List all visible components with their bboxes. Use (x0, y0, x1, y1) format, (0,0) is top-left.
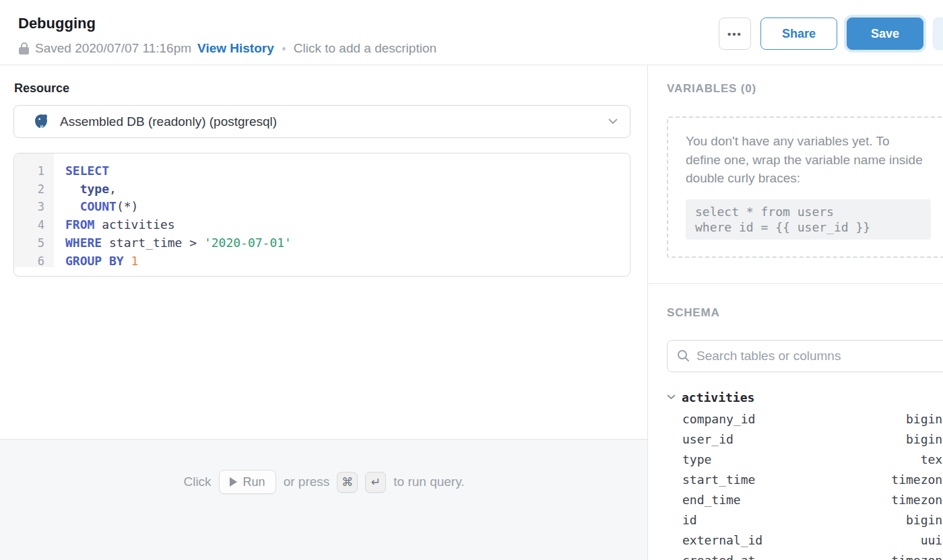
column-type: timezone (891, 553, 943, 560)
column-name: created_at (682, 553, 755, 560)
code-token: activities (94, 217, 174, 232)
column-name: id (682, 513, 697, 527)
column-name: external_id (682, 533, 762, 547)
more-button[interactable]: ••• (719, 18, 751, 50)
line-number: 4 (14, 216, 44, 234)
code-line[interactable]: COUNT(*) (65, 198, 630, 216)
run-footer: Click Run or press ⌘ ↵ to run query. (0, 439, 648, 560)
column-name: company_id (682, 412, 755, 426)
code-token: GROUP (65, 254, 102, 268)
variables-empty-box: You don't have any variables yet. Todefi… (667, 116, 943, 258)
enter-key-icon: ↵ (365, 472, 386, 493)
sidebar-divider (648, 283, 943, 284)
gutter: 123456 (14, 153, 54, 267)
column-name: start_time (682, 473, 755, 487)
cmd-key-icon: ⌘ (337, 472, 358, 493)
sidebar: VARIABLES (0) You don't have any variabl… (647, 65, 943, 560)
variables-example-code: select * from userswhere id = {{ user_id… (686, 199, 931, 240)
variables-example-line: where id = {{ user_id }} (695, 219, 921, 235)
query-pane: Resource Assembled DB (readonly) (postgr… (0, 65, 648, 560)
schema-section-title: SCHEMA (667, 306, 943, 320)
schema-column-row[interactable]: user_idbigint (682, 429, 943, 450)
code-token: FROM (65, 217, 94, 232)
code-token: type (80, 182, 109, 196)
schema-column-row[interactable]: company_idbigint (682, 409, 943, 429)
run-button-label: Run (243, 475, 265, 489)
variables-empty-message: You don't have any variables yet. Todefi… (686, 132, 931, 188)
schema-column-row[interactable]: start_timetimezone (682, 470, 943, 490)
variables-message-line: define one, wrap the variable name insid… (686, 151, 931, 170)
code-token (65, 199, 80, 213)
resource-select[interactable]: Assembled DB (readonly) (postgresql) (13, 105, 630, 138)
code-token: SELECT (65, 164, 109, 178)
cutoff-button[interactable] (933, 18, 943, 50)
column-name: end_time (682, 493, 741, 507)
resource-label: Resource (14, 81, 69, 96)
code-token: '2020-07-01' (204, 236, 292, 250)
column-name: user_id (682, 432, 734, 446)
schema-search[interactable] (667, 340, 943, 372)
chevron-down-icon (608, 118, 618, 125)
code-line[interactable]: GROUP BY 1 (65, 252, 630, 271)
schema-table-activities[interactable]: activities (667, 390, 943, 405)
code-token: WHERE (65, 236, 102, 250)
page-title: Debugging (18, 15, 96, 32)
code-token: (*) (117, 199, 139, 213)
line-number: 5 (14, 234, 44, 252)
code-token: COUNT (80, 199, 117, 213)
save-button[interactable]: Save (847, 18, 923, 50)
code-token (65, 182, 80, 196)
column-type: bigint (906, 412, 943, 426)
variables-example-line: select * from users (695, 204, 921, 219)
chevron-down-icon (667, 394, 676, 400)
line-number: 6 (14, 252, 44, 271)
hint-or-press: or press (284, 475, 330, 489)
code-token: 1 (131, 254, 139, 268)
line-number: 2 (14, 180, 44, 199)
variables-section-title: VARIABLES (0) (667, 82, 943, 96)
code-token (102, 254, 109, 268)
code-token: BY (109, 254, 124, 268)
header: Debugging Saved 2020/07/07 11:16pm View … (0, 0, 943, 65)
schema-column-row[interactable]: typetext (682, 450, 943, 470)
schema-column-row[interactable]: idbigint (682, 510, 943, 530)
code-line[interactable]: type, (65, 180, 630, 199)
code-line[interactable]: SELECT (65, 162, 630, 180)
ellipsis-icon: ••• (727, 28, 742, 40)
lock-icon (19, 42, 29, 55)
hint-click: Click (183, 475, 211, 489)
play-icon (230, 477, 237, 487)
code-token: , (109, 182, 117, 196)
schema-column-row[interactable]: external_iduuid (682, 530, 943, 551)
run-button[interactable]: Run (219, 470, 276, 494)
header-buttons: ••• Share Save (719, 18, 943, 50)
code-token: start_time > (102, 236, 204, 250)
resource-value: Assembled DB (readonly) (postgresql) (60, 114, 608, 129)
code-token (124, 254, 131, 268)
column-type: bigint (906, 513, 943, 527)
share-button[interactable]: Share (760, 18, 837, 50)
postgresql-icon (33, 113, 50, 130)
schema-column-row[interactable]: created_attimezone (682, 551, 943, 560)
schema-column-row[interactable]: end_timetimezone (682, 490, 943, 510)
code-line[interactable]: WHERE start_time > '2020-07-01' (65, 234, 630, 252)
saved-timestamp: Saved 2020/07/07 11:16pm (35, 41, 191, 56)
code-lines[interactable]: SELECT type, COUNT(*)FROM activitiesWHER… (54, 153, 630, 267)
schema-search-input[interactable] (696, 349, 943, 363)
variables-message-line: You don't have any variables yet. To (686, 132, 931, 151)
schema-columns: company_idbigintuser_idbiginttypetextsta… (667, 409, 943, 560)
variables-message-line: double curly braces: (686, 169, 931, 188)
column-type: uuid (921, 533, 943, 547)
code-line[interactable]: FROM activities (65, 216, 630, 234)
sql-editor[interactable]: 123456 SELECT type, COUNT(*)FROM activit… (13, 153, 630, 277)
search-icon (677, 349, 690, 362)
column-type: timezone (891, 473, 943, 487)
table-name: activities (682, 390, 754, 405)
view-history-link[interactable]: View History (197, 41, 274, 56)
hint-suffix: to run query. (393, 475, 464, 489)
run-hint: Click Run or press ⌘ ↵ to run query. (0, 470, 648, 494)
column-type: text (921, 452, 943, 466)
description-placeholder[interactable]: Click to add a description (294, 41, 436, 56)
column-type: bigint (906, 432, 943, 446)
header-meta: Saved 2020/07/07 11:16pm View History Cl… (19, 41, 436, 56)
